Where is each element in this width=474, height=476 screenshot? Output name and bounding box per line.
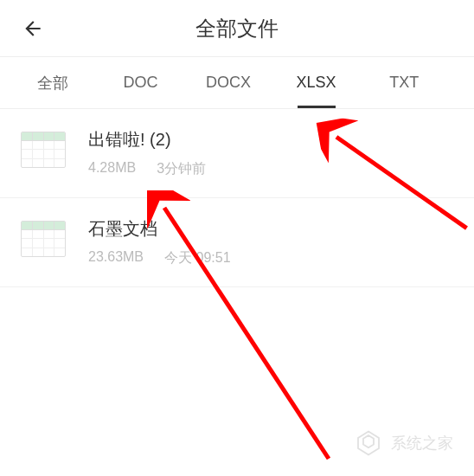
spreadsheet-icon — [21, 221, 66, 257]
watermark-logo-icon — [353, 428, 384, 459]
file-name: 出错啦! (2) — [88, 128, 453, 151]
tab-all[interactable]: 全部 — [9, 59, 97, 107]
back-button[interactable] — [14, 10, 52, 48]
list-item[interactable]: 石墨文档 23.63MB 今天 09:51 — [0, 198, 474, 287]
tab-docx[interactable]: DOCX — [184, 60, 272, 106]
file-meta: 23.63MB 今天 09:51 — [88, 249, 453, 267]
file-size: 4.28MB — [88, 160, 136, 178]
header: 全部文件 — [0, 0, 474, 57]
list-item[interactable]: 出错啦! (2) 4.28MB 3分钟前 — [0, 109, 474, 198]
tab-txt[interactable]: TXT — [360, 60, 448, 106]
tabs-bar: 全部 DOC DOCX XLSX TXT — [0, 57, 474, 109]
tab-more-edge — [448, 69, 465, 97]
file-info: 出错啦! (2) 4.28MB 3分钟前 — [88, 128, 453, 178]
file-time: 3分钟前 — [157, 160, 206, 178]
arrow-left-icon — [22, 17, 44, 40]
file-meta: 4.28MB 3分钟前 — [88, 160, 453, 178]
file-time: 今天 09:51 — [164, 249, 230, 267]
file-name: 石墨文档 — [88, 217, 453, 241]
watermark-text: 系统之家 — [391, 433, 453, 453]
tab-doc[interactable]: DOC — [97, 60, 185, 106]
file-size: 23.63MB — [88, 249, 144, 267]
page-title: 全部文件 — [195, 15, 279, 42]
file-list: 出错啦! (2) 4.28MB 3分钟前 石墨文档 23.63MB 今天 09:… — [0, 109, 474, 287]
watermark: 系统之家 — [353, 428, 453, 459]
tab-xlsx[interactable]: XLSX — [272, 60, 361, 106]
file-info: 石墨文档 23.63MB 今天 09:51 — [88, 217, 453, 267]
spreadsheet-icon — [21, 132, 66, 168]
